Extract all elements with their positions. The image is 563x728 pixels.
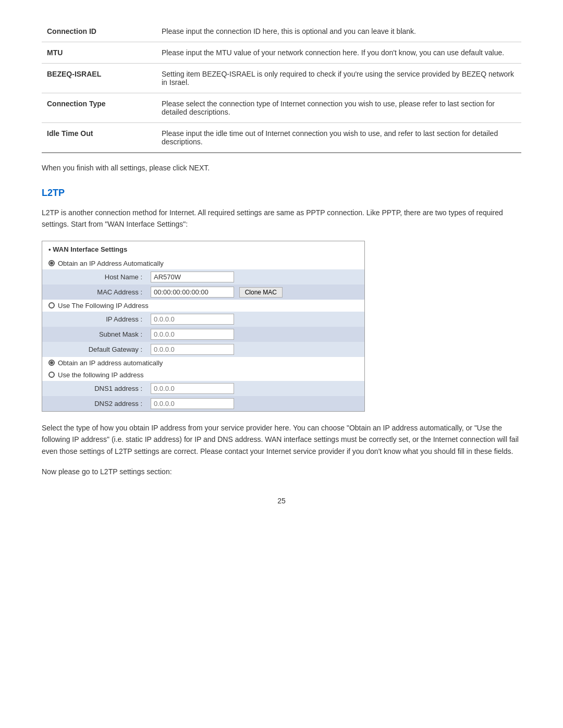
row-description: Please input the connection ID here, thi… [156, 21, 521, 42]
dns2-label: DNS2 address : [42, 396, 146, 411]
default-gateway-row: Default Gateway : [42, 342, 364, 357]
ip-address-label: IP Address : [42, 312, 146, 327]
use-following-dns-label: Use the following IP address [58, 371, 144, 379]
dns2-row: DNS2 address : [42, 396, 364, 411]
use-following-ip-radio[interactable] [48, 302, 55, 309]
row-label: Idle Time Out [42, 123, 156, 153]
obtain-dns-auto-row[interactable]: Obtain an IP address automatically [42, 357, 364, 369]
dns2-input[interactable] [151, 398, 234, 409]
mac-address-input[interactable] [151, 287, 234, 298]
use-following-dns-row[interactable]: Use the following IP address [42, 369, 364, 381]
bullet-icon: • [48, 245, 51, 253]
row-description: Please input the idle time out of Intern… [156, 123, 521, 153]
host-name-row: Host Name : [42, 269, 364, 285]
mac-address-row: MAC Address : Clone MAC [42, 285, 364, 300]
obtain-auto-radio[interactable] [48, 260, 55, 266]
table-row: Connection ID Please input the connectio… [42, 21, 521, 42]
wan-dns-form-table: DNS1 address : DNS2 address : [42, 381, 364, 411]
wan-settings-box: • WAN Interface Settings Obtain an IP Ad… [42, 241, 365, 412]
row-description: Please input the MTU value of your netwo… [156, 42, 521, 64]
obtain-auto-label: Obtain an IP Address Automatically [58, 260, 164, 267]
default-gateway-input[interactable] [151, 344, 234, 355]
row-description: Please select the connection type of Int… [156, 93, 521, 123]
mac-address-label: MAC Address : [42, 285, 146, 300]
wan-form-table: Host Name : MAC Address : Clone MAC [42, 269, 364, 300]
host-name-input[interactable] [151, 272, 234, 282]
clone-mac-button[interactable]: Clone MAC [239, 287, 283, 298]
subnet-mask-row: Subnet Mask : [42, 327, 364, 342]
wan-box-header: • WAN Interface Settings [42, 241, 364, 257]
dns1-row: DNS1 address : [42, 381, 364, 396]
select-description: Select the type of how you obtain IP add… [42, 422, 521, 457]
default-gateway-label: Default Gateway : [42, 342, 146, 357]
row-label: BEZEQ-ISRAEL [42, 64, 156, 93]
now-text: Now please go to L2TP settings section: [42, 467, 521, 476]
row-label: MTU [42, 42, 156, 64]
ip-address-input[interactable] [151, 314, 234, 325]
host-name-label: Host Name : [42, 269, 146, 285]
use-following-ip-row[interactable]: Use The Following IP Address [42, 300, 364, 312]
subnet-mask-label: Subnet Mask : [42, 327, 146, 342]
use-following-dns-radio[interactable] [48, 372, 55, 378]
section-title: L2TP [42, 188, 521, 199]
table-row: BEZEQ-ISRAEL Setting item BEZEQ-ISRAEL i… [42, 64, 521, 93]
table-row: Connection Type Please select the connec… [42, 93, 521, 123]
dns1-label: DNS1 address : [42, 381, 146, 396]
ip-address-row: IP Address : [42, 312, 364, 327]
page-number: 25 [42, 497, 521, 505]
obtain-dns-auto-radio[interactable] [48, 360, 55, 366]
settings-table: Connection ID Please input the connectio… [42, 21, 521, 153]
table-row: Idle Time Out Please input the idle time… [42, 123, 521, 153]
dns1-input[interactable] [151, 383, 234, 394]
intro-description: L2TP is another connection method for In… [42, 207, 521, 230]
row-label: Connection ID [42, 21, 156, 42]
obtain-auto-row[interactable]: Obtain an IP Address Automatically [42, 257, 364, 269]
finish-text: When you finish with all settings, pleas… [42, 164, 521, 172]
wan-ip-form-table: IP Address : Subnet Mask : Default Gatew… [42, 312, 364, 357]
row-description: Setting item BEZEQ-ISRAEL is only requir… [156, 64, 521, 93]
subnet-mask-input[interactable] [151, 329, 234, 340]
use-following-ip-label: Use The Following IP Address [58, 302, 149, 310]
row-label: Connection Type [42, 93, 156, 123]
obtain-dns-auto-label: Obtain an IP address automatically [58, 359, 163, 367]
table-row: MTU Please input the MTU value of your n… [42, 42, 521, 64]
wan-box-header-text: WAN Interface Settings [53, 245, 127, 253]
